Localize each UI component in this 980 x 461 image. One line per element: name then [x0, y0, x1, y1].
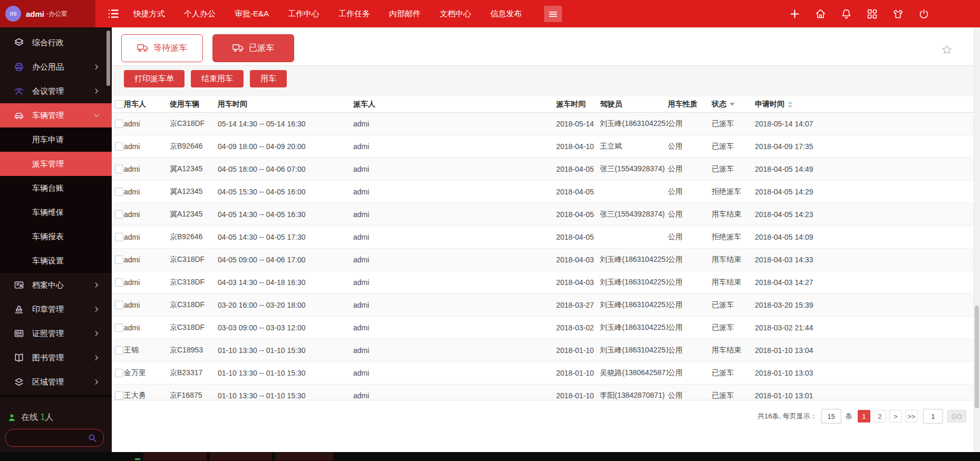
use-vehicle-button[interactable]: 用车 [250, 70, 287, 87]
table-row[interactable]: admi冀A1234504-05 14:30 -- 04-05 16:30adm… [112, 203, 974, 226]
sidebar-item-archive-center[interactable]: 档案中心 [0, 273, 112, 297]
table-row[interactable]: admi京B9264604-05 14:30 -- 04-05 17:30adm… [112, 226, 974, 249]
table-row[interactable]: admi冀A1234504-05 18:00 -- 04-06 07:00adm… [112, 158, 974, 181]
page-button-2[interactable]: 2 [874, 410, 886, 423]
top-menu-shortcut[interactable]: 快捷方式 [133, 9, 165, 19]
cell-dispatcher: admi [353, 233, 556, 241]
top-menu-info-publish[interactable]: 信息发布 [490, 9, 522, 19]
cell-use-type: 公用 [668, 346, 712, 355]
go-button[interactable]: GO [947, 410, 966, 423]
last-page-button[interactable]: >> [905, 410, 918, 423]
row-checkbox[interactable] [115, 391, 123, 400]
apps-grid-icon[interactable] [867, 8, 878, 19]
table-row[interactable]: admi京B9264604-09 18:00 -- 04-09 20:00adm… [112, 135, 974, 158]
main-scrollbar-thumb[interactable] [975, 306, 979, 408]
sidebar-subitem-vehicle-ledger[interactable]: 车辆台账 [0, 176, 112, 200]
cell-status: 已派车 [712, 323, 755, 332]
table-row[interactable]: admi京C318DF04-03 14:30 -- 04-18 16:30adm… [112, 271, 974, 294]
top-menu-work-center[interactable]: 工作中心 [288, 9, 319, 19]
row-checkbox[interactable] [115, 301, 123, 309]
row-checkbox[interactable] [115, 256, 123, 264]
sidebar-subitem-vehicle-report[interactable]: 车辆报表 [0, 224, 112, 249]
sidebar-subitem-vehicle-settings[interactable]: 车辆设置 [0, 249, 112, 273]
taskbar-item[interactable] [210, 453, 272, 460]
sidebar-item-license-management[interactable]: 证照管理 [0, 321, 112, 346]
table-row[interactable]: admi京C318DF05-14 14:30 -- 05-14 16:30adm… [112, 113, 974, 135]
row-checkbox[interactable] [115, 120, 123, 128]
home-icon[interactable] [815, 8, 826, 19]
sidebar-item-general-admin[interactable]: 综合行政 [0, 31, 112, 55]
sidebar-subitem-vehicle-request[interactable]: 用车申请 [0, 127, 112, 152]
cell-use-type: 公用 [668, 255, 712, 264]
cell-user: admi [124, 120, 170, 128]
cell-user: admi [124, 301, 170, 309]
taskbar-item[interactable] [275, 453, 333, 460]
sidebar-item-seal-management[interactable]: 印章管理 [0, 297, 112, 321]
sidebar-search-input[interactable] [6, 434, 88, 442]
sidebar-scrollbar-thumb[interactable] [106, 31, 110, 86]
sidebar-item-vehicle-management[interactable]: 车辆管理 [0, 103, 112, 127]
row-checkbox[interactable] [115, 142, 123, 151]
pagination-total-text: 共16条, 每页显示： [758, 411, 817, 421]
column-header-user: 用车人 [124, 100, 170, 109]
sidebar-item-meeting-management[interactable]: 会议管理 [0, 79, 112, 103]
table-row[interactable]: admi京C318DF04-05 09:00 -- 04-06 17:00adm… [112, 249, 974, 271]
table-row[interactable]: admi京C318DF03-03 09:00 -- 03-03 12:00adm… [112, 317, 974, 339]
menu-toggle-button[interactable] [544, 6, 562, 22]
table-row[interactable]: 王大勇京F1687501-10 13:30 -- 01-10 15:30admi… [112, 385, 974, 400]
sidebar-item-region-management[interactable]: 区域管理 [0, 370, 112, 394]
sidebar-subitem-vehicle-maintenance[interactable]: 车辆维保 [0, 200, 112, 224]
row-checkbox[interactable] [115, 278, 123, 287]
column-header-status[interactable]: 状态 [712, 100, 755, 109]
page-button-1[interactable]: 1 [858, 410, 870, 423]
sidebar-item-office-supplies[interactable]: 办公用品 [0, 55, 112, 79]
row-checkbox[interactable] [115, 188, 123, 196]
row-checkbox[interactable] [115, 323, 123, 332]
cell-driver: 吴晓路(13806425871) [600, 368, 668, 378]
sidebar-subitem-dispatch-management[interactable]: 派车管理 [0, 152, 112, 176]
power-icon[interactable] [918, 8, 929, 19]
top-menu-approval-ea[interactable]: 审批-E&A [235, 9, 269, 19]
end-vehicle-use-button[interactable]: 结束用车 [191, 70, 244, 87]
cell-vehicle: 京C318DF [170, 119, 218, 129]
top-menu-work-tasks[interactable]: 工作任务 [338, 9, 370, 19]
theme-shirt-icon[interactable] [892, 8, 904, 19]
print-dispatch-sheet-button[interactable]: 打印派车单 [124, 70, 185, 87]
table-row[interactable]: admi京C318DF03-20 16:00 -- 03-20 18:00adm… [112, 294, 974, 317]
cell-use-time: 05-14 14:30 -- 05-14 16:30 [218, 120, 353, 128]
top-menu-internal-mail[interactable]: 内部邮件 [389, 9, 421, 19]
next-page-button[interactable]: > [889, 410, 902, 423]
page-size-input[interactable] [821, 409, 841, 424]
row-checkbox[interactable] [115, 165, 123, 173]
cell-dispatcher: admi [353, 346, 556, 355]
top-menu-document-center[interactable]: 文档中心 [440, 9, 471, 19]
tab-label: 已派车 [249, 43, 274, 54]
taskbar-item[interactable] [143, 453, 207, 460]
tab-waiting-dispatch[interactable]: 等待派车 [121, 34, 203, 62]
table-row[interactable]: 王锦京C1895301-10 13:30 -- 01-10 15:30admi2… [112, 339, 974, 362]
row-checkbox[interactable] [115, 369, 123, 377]
cell-dispatcher: admi [353, 188, 556, 196]
user-badge[interactable]: mi admi -办公室 [0, 0, 95, 27]
cell-dispatch-date: 2018-05-14 [556, 120, 600, 128]
bell-icon[interactable] [841, 8, 852, 19]
row-checkbox[interactable] [115, 210, 123, 219]
table-row[interactable]: admi冀A1234504-05 15:30 -- 04-05 16:00adm… [112, 181, 974, 203]
cell-driver: 张三(15543928374) [600, 164, 668, 174]
search-icon[interactable] [88, 433, 97, 443]
cell-apply-time: 2018-03-20 15:39 [755, 301, 974, 309]
select-all-checkbox[interactable] [115, 100, 123, 109]
goto-page-input[interactable] [923, 409, 943, 424]
plus-icon[interactable] [789, 8, 800, 19]
top-menu-personal-office[interactable]: 个人办公 [184, 9, 216, 19]
column-header-apply-time[interactable]: 申请时间 [755, 100, 974, 109]
list-icon[interactable] [106, 7, 120, 21]
cell-vehicle: 冀A12345 [170, 164, 218, 174]
tab-dispatched[interactable]: 已派车 [212, 34, 294, 62]
sidebar-item-book-management[interactable]: 图书管理 [0, 346, 112, 370]
row-checkbox[interactable] [115, 233, 123, 241]
star-icon[interactable] [941, 44, 953, 55]
sidebar-item-label: 用车申请 [32, 135, 64, 145]
row-checkbox[interactable] [115, 346, 123, 355]
table-row[interactable]: 金万里京B2331701-10 13:30 -- 01-10 15:30admi… [112, 362, 974, 385]
